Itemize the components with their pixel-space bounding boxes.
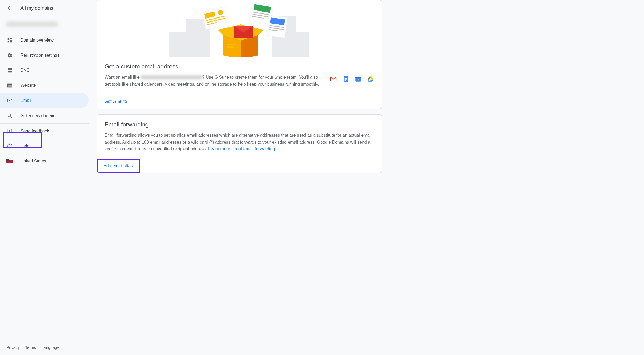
sidebar-item-get-new-domain[interactable]: Get a new domain: [0, 108, 89, 123]
sidebar-item-label: Registration settings: [20, 53, 59, 58]
sidebar-item-send-feedback[interactable]: Send feedback: [0, 124, 89, 139]
sidebar-item-help[interactable]: Help: [0, 139, 89, 154]
email-forwarding-card: Email forwarding Email forwarding allows…: [97, 114, 382, 173]
sidebar-item-label: Website: [20, 83, 36, 88]
sidebar: All my domains Domain overview Registrat…: [0, 0, 89, 355]
gsuite-card-body: Get a custom email address Want an email…: [97, 57, 382, 94]
main-content: Get a custom email address Want an email…: [89, 0, 390, 355]
sidebar-item-label: Domain overview: [20, 38, 54, 43]
docs-icon: [342, 75, 349, 82]
sidebar-footer: Privacy Terms Language: [0, 340, 89, 355]
svg-rect-36: [344, 76, 348, 82]
sidebar-current-domain: [0, 16, 89, 30]
help-icon: [6, 143, 13, 149]
svg-point-5: [9, 131, 10, 132]
website-icon: [6, 82, 13, 89]
gsuite-description: Want an email like xxxxxxxxxxxxxxxxxxxxx…: [105, 74, 322, 88]
sidebar-item-label: Email: [20, 98, 31, 103]
gsuite-card: Get a custom email address Want an email…: [97, 0, 382, 109]
example-email-redacted: xxxxxxxxxxxxxxxxxxxxxxxxxxxx: [141, 75, 202, 79]
forwarding-card-body: Email forwarding Email forwarding allows…: [97, 115, 382, 159]
sidebar-item-label: Help: [20, 144, 29, 148]
svg-rect-38: [345, 79, 347, 80]
domain-name-redacted: [6, 22, 58, 27]
sidebar-header: All my domains: [0, 0, 89, 16]
gmail-icon: [330, 75, 337, 82]
dashboard-icon: [6, 37, 13, 44]
forwarding-title: Email forwarding: [105, 121, 374, 128]
sidebar-title[interactable]: All my domains: [20, 5, 53, 11]
svg-rect-9: [169, 32, 188, 57]
footer-privacy-link[interactable]: Privacy: [6, 345, 20, 350]
sidebar-nav: Domain overview Registration settings DN…: [0, 30, 89, 108]
sidebar-item-label: Get a new domain: [20, 113, 55, 118]
sidebar-item-registration-settings[interactable]: Registration settings: [0, 48, 89, 63]
svg-rect-11: [293, 32, 309, 57]
svg-rect-1: [8, 84, 12, 85]
forwarding-actionbar: Add email alias: [97, 159, 382, 173]
svg-rect-41: [355, 77, 361, 78]
svg-rect-37: [345, 78, 347, 79]
svg-text:31: 31: [357, 78, 360, 81]
add-email-alias-button[interactable]: Add email alias: [104, 164, 133, 168]
gear-icon: [6, 52, 13, 59]
calendar-icon: 31: [355, 75, 362, 82]
annotation-highlight-add-alias: Add email alias: [97, 159, 140, 173]
gsuite-product-icons: 31: [330, 75, 374, 82]
svg-rect-39: [345, 80, 346, 81]
sidebar-item-label: United States: [20, 159, 46, 164]
search-icon: [6, 113, 13, 119]
sidebar-item-dns[interactable]: DNS: [0, 63, 89, 78]
gsuite-text-prefix: Want an email like: [105, 75, 141, 79]
gsuite-actionbar: Get G Suite: [97, 94, 382, 109]
sidebar-item-domain-overview[interactable]: Domain overview: [0, 33, 89, 48]
forwarding-description: Email forwarding allows you to set up al…: [105, 132, 374, 153]
us-flag-icon: [6, 158, 13, 164]
sidebar-item-country[interactable]: United States: [0, 154, 89, 169]
email-icon: [6, 97, 13, 104]
dns-icon: [6, 67, 13, 74]
sidebar-item-label: DNS: [20, 68, 30, 73]
sidebar-item-label: Send feedback: [20, 129, 49, 133]
learn-more-link[interactable]: Learn more about email forwarding: [208, 147, 275, 151]
feedback-icon: [6, 128, 13, 134]
svg-line-3: [10, 117, 12, 118]
gsuite-hero-illustration: [97, 0, 382, 57]
footer-language-link[interactable]: Language: [41, 345, 59, 350]
drive-icon: [367, 75, 374, 82]
sidebar-item-website[interactable]: Website: [0, 78, 89, 93]
back-arrow-icon[interactable]: [6, 5, 13, 11]
svg-point-2: [8, 114, 11, 117]
get-gsuite-button[interactable]: Get G Suite: [105, 99, 127, 104]
gsuite-title: Get a custom email address: [105, 63, 374, 70]
svg-point-7: [9, 147, 10, 147]
sidebar-item-email[interactable]: Email: [0, 93, 89, 108]
footer-terms-link[interactable]: Terms: [25, 345, 36, 350]
